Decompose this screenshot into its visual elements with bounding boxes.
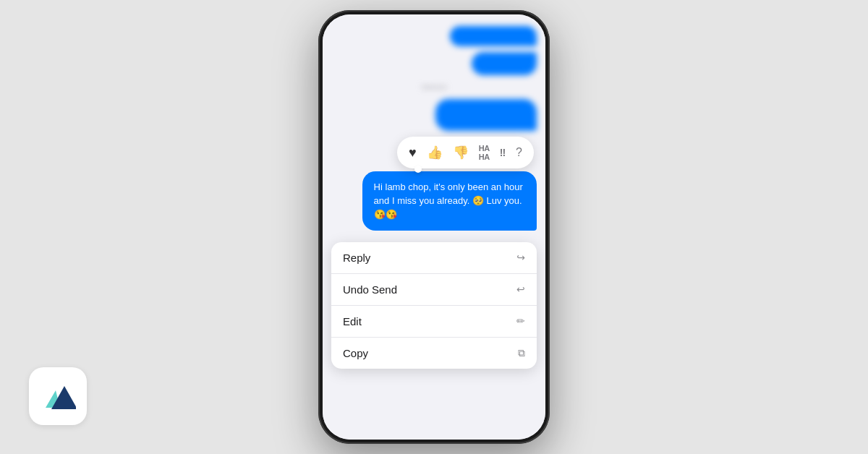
menu-item-reply[interactable]: Reply ↩ [331, 242, 537, 274]
reaction-emphasis-icon[interactable]: ‼ [500, 147, 506, 158]
menu-item-copy[interactable]: Copy ⧉ [331, 338, 537, 369]
logo-icon [40, 380, 76, 412]
menu-item-edit[interactable]: Edit ✏ [331, 306, 537, 338]
menu-item-undo-send[interactable]: Undo Send ↩ [331, 274, 537, 306]
menu-copy-icon: ⧉ [518, 347, 525, 359]
menu-copy-label: Copy [343, 347, 368, 359]
menu-edit-icon: ✏ [516, 315, 525, 327]
reaction-bar[interactable]: ♥ 👍 👎 HAHA ‼ ? [397, 137, 534, 168]
context-menu: Reply ↩ Undo Send ↩ Edit ✏ Copy ⧉ [331, 242, 537, 369]
menu-reply-label: Reply [343, 252, 370, 264]
blurred-messages: Delivered [331, 26, 537, 131]
messages-area: Delivered ♥ 👍 👎 HAHA ‼ ? Hi lamb ch [323, 14, 545, 440]
blurred-bubble-3 [435, 99, 537, 131]
blurred-bubble-1 [450, 26, 537, 46]
message-timestamp: Delivered [422, 84, 446, 90]
blurred-bubble-2 [472, 52, 537, 75]
reaction-heart-icon[interactable]: ♥ [409, 145, 417, 160]
phone-frame: Delivered ♥ 👍 👎 HAHA ‼ ? Hi lamb ch [318, 10, 550, 444]
phone-screen: Delivered ♥ 👍 👎 HAHA ‼ ? Hi lamb ch [323, 14, 545, 440]
reaction-dislike-icon[interactable]: 👎 [453, 145, 469, 160]
reaction-question-icon[interactable]: ? [516, 146, 522, 159]
menu-reply-icon: ↩ [516, 252, 525, 263]
menu-undo-icon: ↩ [516, 283, 525, 295]
logo-container [29, 367, 87, 425]
menu-edit-label: Edit [343, 315, 362, 327]
reaction-haha-icon[interactable]: HAHA [479, 144, 490, 161]
reaction-like-icon[interactable]: 👍 [427, 145, 443, 160]
active-message-text: Hi lamb chop, it's only been an hour and… [374, 181, 523, 220]
active-message-bubble: Hi lamb chop, it's only been an hour and… [362, 171, 537, 231]
menu-undo-send-label: Undo Send [343, 283, 397, 296]
